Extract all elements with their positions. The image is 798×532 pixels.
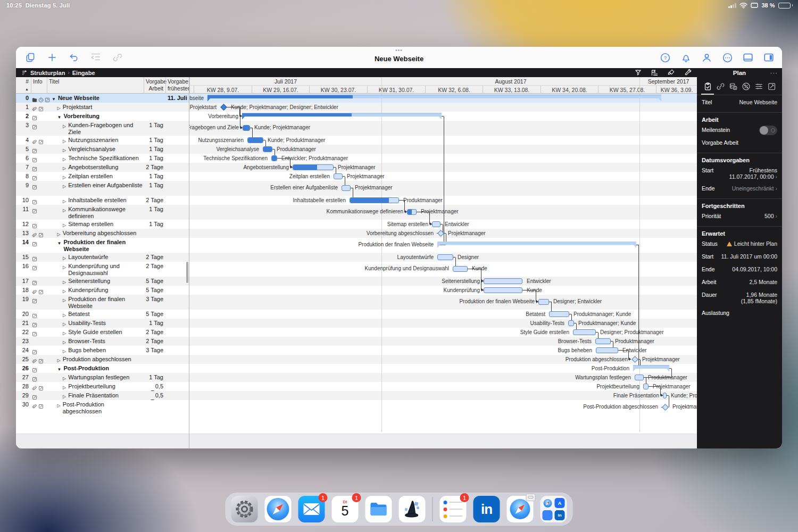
pencil-icon[interactable] bbox=[32, 113, 37, 121]
dock-app-safari-handoff[interactable] bbox=[507, 496, 534, 522]
inspector-field[interactable]: Vorgabe Arbeit bbox=[697, 137, 782, 149]
task-bar[interactable] bbox=[342, 185, 351, 191]
disclosure-icon[interactable]: ▷ bbox=[63, 339, 66, 346]
disclosure-icon[interactable]: ▷ bbox=[63, 279, 66, 286]
pencil-icon[interactable] bbox=[38, 230, 44, 238]
table-row[interactable]: 25▷Produktion abgeschlossen bbox=[16, 355, 189, 364]
pencil-icon[interactable] bbox=[38, 104, 44, 112]
task-bar[interactable] bbox=[643, 384, 649, 389]
scrollbar[interactable] bbox=[186, 262, 188, 283]
task-bar[interactable] bbox=[432, 221, 440, 227]
undo-icon[interactable] bbox=[68, 52, 80, 63]
link-icon[interactable] bbox=[112, 52, 123, 63]
bell-icon[interactable] bbox=[680, 52, 692, 63]
table-row[interactable]: 2▼Vorbereitung bbox=[16, 112, 189, 121]
panel-right-icon[interactable] bbox=[763, 52, 775, 63]
table-row[interactable]: 11▷Kommunikationswege definieren1 Tag bbox=[16, 205, 189, 220]
disclosure-icon[interactable]: ▷ bbox=[57, 105, 61, 112]
pencil-icon[interactable] bbox=[38, 402, 44, 411]
copy-icon[interactable] bbox=[24, 52, 36, 63]
paperclip-icon[interactable] bbox=[32, 104, 37, 112]
pencil-icon[interactable] bbox=[32, 296, 37, 306]
paperclip-icon[interactable] bbox=[32, 356, 37, 364]
breadcrumb-item[interactable]: Strukturplan bbox=[30, 70, 65, 76]
inspector-field[interactable]: Arbeit2,5 Monate bbox=[697, 276, 782, 289]
pencil-icon[interactable] bbox=[32, 254, 37, 262]
task-bar[interactable] bbox=[407, 209, 417, 215]
table-row[interactable]: 30▷Post-Produktion abgeschlossen bbox=[16, 400, 189, 415]
inspector-field[interactable]: Ende04.09.2017, 10:00 bbox=[697, 263, 782, 276]
pencil-icon[interactable] bbox=[32, 122, 37, 132]
task-bar[interactable] bbox=[663, 393, 667, 398]
pencil-icon[interactable] bbox=[32, 164, 37, 172]
dock-app-linkedin[interactable]: in bbox=[473, 496, 500, 522]
pencil-icon[interactable] bbox=[32, 329, 37, 337]
table-row[interactable]: 10▷Inhaltstabelle erstellen2 Tage bbox=[16, 196, 189, 205]
task-bar[interactable] bbox=[568, 320, 574, 326]
table-row[interactable]: 18▷Kundenprüfung5 Tage bbox=[16, 286, 189, 295]
disclosure-icon[interactable]: ▷ bbox=[63, 264, 66, 271]
inspector-field[interactable]: StartFrühestens11.07.2017, 00:00› bbox=[697, 164, 782, 182]
pencil-icon[interactable] bbox=[32, 347, 37, 355]
pencil-icon[interactable] bbox=[32, 155, 37, 163]
disclosure-icon[interactable]: ▷ bbox=[63, 393, 66, 400]
table-row[interactable]: 4▷Nutzungsszenarien1 Tag bbox=[16, 136, 189, 145]
disclosure-icon[interactable]: ▷ bbox=[63, 330, 66, 337]
task-bar[interactable] bbox=[595, 338, 611, 344]
disclosure-icon[interactable]: ▷ bbox=[63, 156, 66, 163]
paperclip-icon[interactable] bbox=[32, 402, 37, 411]
pencil-icon[interactable] bbox=[32, 182, 37, 192]
table-row[interactable]: 6▷Technische Spezifikationen1 Tag bbox=[16, 154, 189, 163]
pencil-icon[interactable] bbox=[32, 221, 37, 229]
disclosure-icon[interactable]: ▷ bbox=[63, 222, 66, 229]
inspector-field[interactable]: Start11. Juli 2017 um 00:00 bbox=[697, 251, 782, 263]
person-icon[interactable] bbox=[701, 52, 712, 63]
pencil-icon[interactable] bbox=[32, 365, 37, 373]
inspector-tab-note-edit-icon[interactable] bbox=[766, 80, 777, 92]
task-bar[interactable] bbox=[271, 155, 277, 161]
pencil-icon[interactable] bbox=[32, 146, 37, 154]
task-bar[interactable] bbox=[350, 197, 399, 203]
disclosure-icon[interactable]: ▷ bbox=[63, 138, 66, 145]
table-row[interactable]: 15▷Layoutentwürfe2 Tage bbox=[16, 253, 189, 262]
disclosure-icon[interactable]: ▷ bbox=[57, 231, 61, 238]
task-bar[interactable] bbox=[263, 146, 272, 152]
task-bar[interactable] bbox=[484, 278, 522, 284]
pencil-icon[interactable] bbox=[38, 356, 44, 364]
disclosure-icon[interactable]: ▷ bbox=[63, 165, 66, 172]
pencil-icon[interactable] bbox=[32, 197, 37, 205]
dock-app-files[interactable] bbox=[365, 496, 392, 522]
disclosure-icon[interactable]: ▷ bbox=[63, 321, 66, 328]
pencil-icon[interactable] bbox=[32, 311, 37, 319]
dock-app-mail[interactable]: 1 bbox=[298, 496, 325, 522]
task-bar[interactable] bbox=[293, 164, 334, 170]
disclosure-icon[interactable]: ▷ bbox=[63, 375, 66, 382]
disclosure-icon[interactable]: ▼ bbox=[57, 240, 62, 247]
table-row[interactable]: 1▷Projektstart bbox=[16, 103, 189, 112]
folder-icon[interactable] bbox=[32, 95, 37, 103]
table-row[interactable]: 17▷Seitenerstellung5 Tage bbox=[16, 277, 189, 286]
dock-app-app-cluster[interactable]: Ain bbox=[541, 496, 567, 522]
inspector-field[interactable]: Priorität500› bbox=[697, 210, 782, 223]
inspector-more-button[interactable]: ··· bbox=[770, 70, 778, 76]
table-row[interactable]: 19▷Produktion der finalen Webseite3 Tage bbox=[16, 295, 189, 310]
sort-icon[interactable]: ▲ bbox=[25, 87, 29, 91]
multitasking-handle[interactable]: ••• bbox=[395, 47, 403, 53]
disclosure-icon[interactable]: ▼ bbox=[57, 114, 62, 121]
table-row[interactable]: 22▷Style Guide erstellen2 Tage bbox=[16, 328, 189, 337]
task-bar[interactable] bbox=[437, 254, 453, 260]
breadcrumb[interactable]: Strukturplan › Eingabe bbox=[16, 68, 697, 77]
task-bar[interactable] bbox=[334, 173, 343, 179]
disclosure-icon[interactable]: ▷ bbox=[63, 312, 66, 319]
disclosure-icon[interactable]: ▼ bbox=[52, 96, 56, 103]
table-row[interactable]: 29▷Finale Präsentation0,5 Tage bbox=[16, 391, 189, 400]
filter-icon[interactable] bbox=[634, 69, 642, 77]
help-icon[interactable]: ? bbox=[659, 52, 671, 63]
disclosure-icon[interactable]: ▷ bbox=[63, 288, 66, 295]
disclosure-icon[interactable]: ▷ bbox=[63, 174, 66, 181]
table-row[interactable]: 21▷Usability-Tests1 Tag bbox=[16, 319, 189, 328]
pencil-icon[interactable] bbox=[38, 137, 44, 145]
breadcrumb-item[interactable]: Eingabe bbox=[72, 70, 95, 76]
table-row[interactable]: 14▼Produktion der finalen Webseite bbox=[16, 238, 189, 253]
disclosure-icon[interactable]: ▷ bbox=[63, 207, 66, 214]
